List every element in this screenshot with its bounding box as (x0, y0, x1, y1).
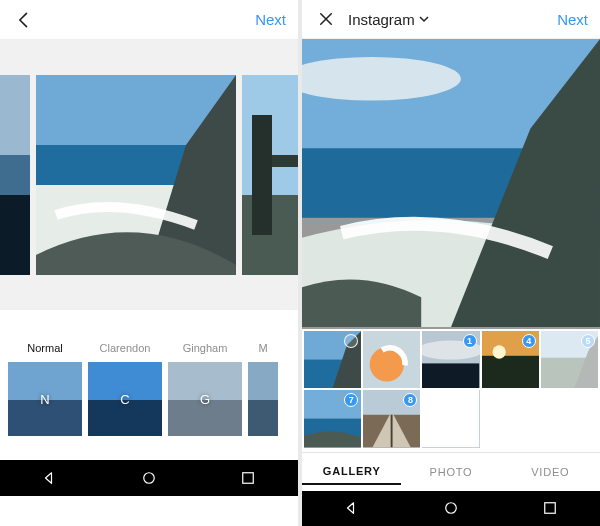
filter-normal[interactable]: Normal N (8, 342, 82, 436)
gallery-item[interactable]: 5 (541, 331, 598, 388)
photo-carousel[interactable] (0, 40, 298, 310)
nav-recent-icon[interactable] (239, 469, 257, 487)
filter-letter: G (200, 392, 210, 407)
gallery-item[interactable]: 4 (482, 331, 539, 388)
filter-clarendon[interactable]: Clarendon C (88, 342, 162, 436)
svg-rect-10 (272, 155, 298, 167)
svg-rect-20 (243, 473, 254, 484)
nav-back-icon[interactable] (343, 499, 361, 517)
filter-letter: C (120, 392, 129, 407)
gallery-item[interactable]: 8 (363, 390, 420, 447)
gallery-item[interactable] (363, 331, 420, 388)
svg-rect-41 (422, 390, 479, 447)
carousel-photo-current[interactable] (36, 75, 236, 275)
gallery-screen: Instagram Next (302, 0, 600, 526)
svg-rect-18 (248, 400, 278, 436)
next-button[interactable]: Next (557, 11, 588, 28)
nav-back-icon[interactable] (41, 469, 59, 487)
tab-photo[interactable]: PHOTO (401, 466, 500, 478)
filter-strip[interactable]: Normal N Clarendon C Gingham G (0, 310, 298, 460)
filter-more[interactable]: M (248, 342, 278, 436)
gallery-item[interactable] (422, 390, 479, 447)
tab-gallery[interactable]: GALLERY (302, 465, 401, 485)
gallery-item[interactable]: 7 (304, 390, 361, 447)
svg-rect-2 (0, 195, 30, 275)
source-tabs: GALLERY PHOTO VIDEO (302, 452, 600, 491)
svg-point-33 (492, 345, 505, 358)
close-button[interactable] (314, 7, 338, 31)
carousel-photo-next[interactable] (242, 75, 298, 275)
gallery-grid: 1 4 5 7 8 (302, 329, 600, 451)
svg-point-42 (446, 503, 457, 514)
svg-rect-17 (248, 362, 278, 402)
android-navbar (302, 491, 600, 526)
gallery-item[interactable] (304, 331, 361, 388)
nav-home-icon[interactable] (140, 469, 158, 487)
gallery-item[interactable]: 1 (422, 331, 479, 388)
svg-rect-32 (482, 356, 539, 388)
source-picker[interactable]: Instagram (348, 11, 557, 28)
carousel-photo-prev[interactable] (0, 75, 30, 275)
filter-gingham[interactable]: Gingham G (168, 342, 242, 436)
android-navbar (0, 460, 298, 496)
source-label: Instagram (348, 11, 415, 28)
chevron-down-icon (419, 14, 429, 24)
filter-label: Clarendon (88, 342, 162, 356)
select-badge: 1 (463, 334, 477, 348)
svg-rect-43 (545, 503, 556, 514)
header: Next (0, 0, 298, 40)
back-button[interactable] (12, 8, 36, 32)
tab-video[interactable]: VIDEO (501, 466, 600, 478)
filter-label: Gingham (168, 342, 242, 356)
filter-letter: N (40, 392, 49, 407)
svg-point-19 (144, 473, 155, 484)
select-badge: 4 (522, 334, 536, 348)
svg-rect-9 (252, 115, 272, 235)
nav-recent-icon[interactable] (541, 499, 559, 517)
next-button[interactable]: Next (255, 11, 286, 28)
filter-label: M (248, 342, 278, 356)
selected-preview[interactable] (302, 39, 600, 329)
header: Instagram Next (302, 0, 600, 39)
filter-screen: Next (0, 0, 298, 526)
filter-label: Normal (8, 342, 82, 356)
nav-home-icon[interactable] (442, 499, 460, 517)
svg-rect-29 (422, 364, 479, 389)
